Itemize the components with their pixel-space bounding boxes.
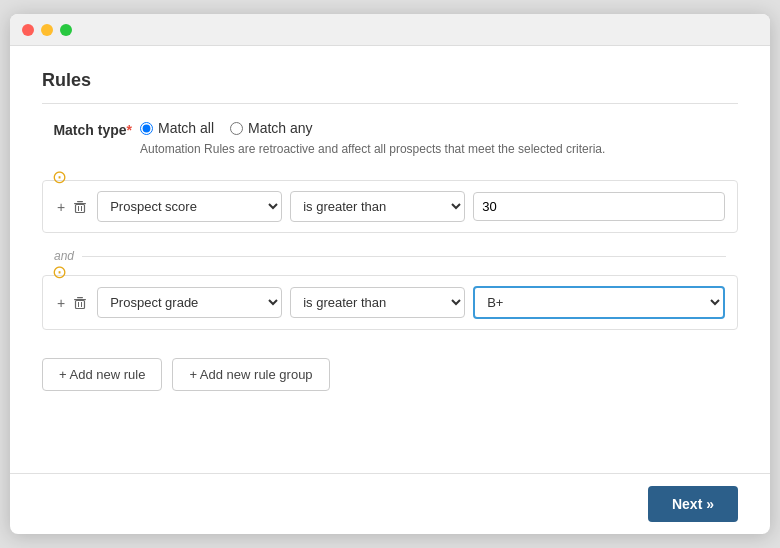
footer-bar: Next » [10,473,770,534]
match-any-option[interactable]: Match any [230,120,313,136]
and-line [82,256,726,257]
match-type-label: Match type* [42,120,132,138]
rule-2: + [42,275,738,330]
add-rule-row-button-1[interactable]: + [55,197,67,217]
rule-value-input-1[interactable] [473,192,725,221]
svg-rect-1 [77,201,83,202]
add-rule-row-button-2[interactable]: + [55,293,67,313]
delete-rule-row-button-2[interactable] [71,294,89,312]
svg-rect-6 [77,297,83,298]
rule-row-2: + [43,276,737,329]
rule-actions-2: + [55,293,89,313]
main-window: Rules Match type* Match all Match any Au… [10,14,770,534]
action-buttons: + Add new rule + Add new rule group [42,358,738,391]
rule-operator-select-1[interactable]: is greater than is less than is equal to [290,191,465,222]
rule-row-1: + [43,181,737,232]
rule-field-select-2[interactable]: Prospect grade Prospect score [97,287,282,318]
maximize-button[interactable] [60,24,72,36]
rule-field-select-1[interactable]: Prospect score Prospect grade [97,191,282,222]
rule-operator-select-2[interactable]: is greater than is less than is equal to [290,287,465,318]
and-divider: and [42,249,738,263]
match-type-row: Match type* Match all Match any [42,120,738,138]
match-all-option[interactable]: Match all [140,120,214,136]
minimize-button[interactable] [41,24,53,36]
rule-group-1: ⊙ + [42,172,738,245]
delete-rule-row-button-1[interactable] [71,198,89,216]
rule-1: + [42,180,738,233]
add-new-rule-group-button[interactable]: + Add new rule group [172,358,329,391]
match-all-radio[interactable] [140,122,153,135]
match-type-options: Match all Match any [140,120,313,136]
match-type-help-text: Automation Rules are retroactive and aff… [140,142,738,156]
section-title: Rules [42,70,738,104]
rule-group-2: ⊙ + [42,267,738,342]
content-area: Rules Match type* Match all Match any Au… [10,46,770,473]
rule-value-select-2[interactable]: A+ A A- B+ B B- C+ C C- D+ D D- [473,286,725,319]
svg-rect-2 [76,204,85,212]
title-bar [10,14,770,46]
match-any-radio[interactable] [230,122,243,135]
next-button[interactable]: Next » [648,486,738,522]
add-new-rule-button[interactable]: + Add new rule [42,358,162,391]
close-button[interactable] [22,24,34,36]
svg-rect-7 [76,300,85,308]
rules-container: ⊙ + [42,172,738,342]
rule-actions-1: + [55,197,89,217]
